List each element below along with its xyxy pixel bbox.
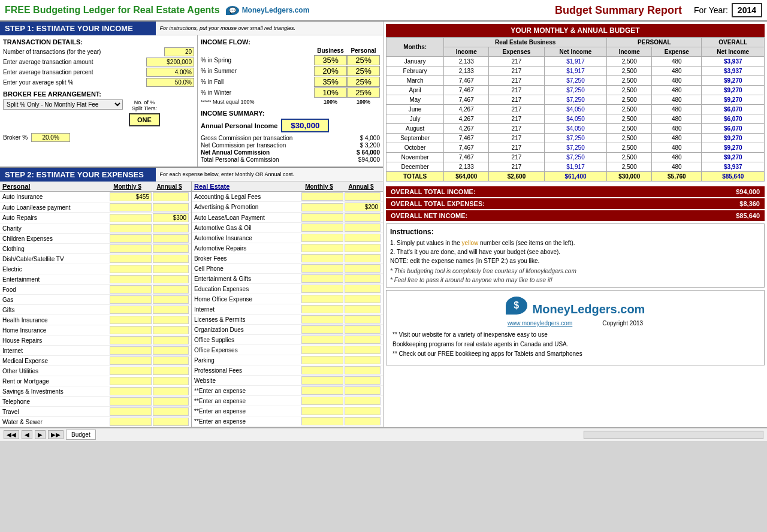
food-annual[interactable]: [153, 285, 189, 294]
annual-income-input[interactable]: [281, 119, 329, 132]
cell-phone-monthly[interactable]: [301, 264, 343, 273]
entertainment-gifts-monthly[interactable]: [301, 274, 343, 283]
clothing-monthly[interactable]: [110, 244, 152, 253]
fall-personal-input[interactable]: [347, 77, 380, 87]
food-monthly[interactable]: [110, 285, 152, 294]
parking-monthly[interactable]: [301, 356, 343, 364]
broker-pct-input[interactable]: [31, 133, 70, 142]
auto-loan-monthly[interactable]: [110, 203, 152, 211]
website-monthly[interactable]: [301, 376, 343, 385]
office-expenses-annual[interactable]: [345, 346, 381, 354]
custom2-monthly[interactable]: [301, 397, 343, 405]
gas-monthly[interactable]: [110, 295, 152, 304]
budget-tab[interactable]: Budget: [66, 430, 96, 440]
auto-insurance-monthly[interactable]: [110, 192, 152, 201]
health-insurance-annual[interactable]: [153, 316, 189, 324]
broker-select[interactable]: Split % Only - No Monthly Flat Fee: [3, 99, 123, 110]
internet-re-monthly[interactable]: [301, 305, 343, 313]
transactions-input[interactable]: [164, 47, 194, 56]
auto-repairs-re-monthly[interactable]: [301, 244, 343, 252]
savings-annual[interactable]: [153, 387, 189, 395]
auto-repairs-annual[interactable]: [153, 213, 189, 222]
advertising-annual[interactable]: [345, 202, 381, 211]
scrollbar-area[interactable]: [584, 431, 763, 439]
rent-annual[interactable]: [153, 377, 189, 385]
auto-insurance-re-monthly[interactable]: [301, 234, 343, 242]
charity-monthly[interactable]: [110, 224, 152, 232]
office-supplies-annual[interactable]: [345, 335, 381, 344]
custom4-annual[interactable]: [345, 417, 381, 425]
children-annual[interactable]: [153, 234, 189, 243]
other-utilities-annual[interactable]: [153, 367, 189, 375]
internet-monthly[interactable]: [110, 346, 152, 355]
custom1-annual[interactable]: [345, 386, 381, 395]
spring-personal-input[interactable]: [347, 55, 380, 65]
telephone-monthly[interactable]: [110, 397, 152, 406]
auto-gas-monthly[interactable]: [301, 223, 343, 232]
health-insurance-monthly[interactable]: [110, 316, 152, 324]
next-sheet-button[interactable]: ▶▶: [48, 430, 64, 439]
auto-gas-annual[interactable]: [345, 223, 381, 232]
auto-insurance-re-annual[interactable]: [345, 234, 381, 242]
accounting-monthly[interactable]: [301, 192, 343, 201]
children-monthly[interactable]: [110, 234, 152, 243]
broker-fees-annual[interactable]: [345, 254, 381, 262]
professional-fees-annual[interactable]: [345, 366, 381, 374]
gifts-monthly[interactable]: [110, 306, 152, 314]
house-repairs-annual[interactable]: [153, 336, 189, 344]
electric-annual[interactable]: [153, 265, 189, 273]
medical-monthly[interactable]: [110, 356, 152, 365]
avg-transaction-input[interactable]: [146, 58, 194, 66]
education-annual[interactable]: [345, 285, 381, 293]
auto-lease-monthly[interactable]: [301, 213, 343, 222]
custom1-monthly[interactable]: [301, 386, 343, 395]
gifts-annual[interactable]: [153, 306, 189, 314]
office-supplies-monthly[interactable]: [301, 335, 343, 344]
org-dues-monthly[interactable]: [301, 325, 343, 334]
telephone-annual[interactable]: [153, 397, 189, 406]
travel-monthly[interactable]: [110, 407, 152, 416]
auto-lease-annual[interactable]: [345, 213, 381, 222]
summer-personal-input[interactable]: [347, 66, 380, 76]
winter-personal-input[interactable]: [347, 87, 380, 98]
avg-split-input[interactable]: [146, 78, 194, 87]
parking-annual[interactable]: [345, 356, 381, 364]
internet-re-annual[interactable]: [345, 305, 381, 313]
dish-annual[interactable]: [153, 255, 189, 263]
website-annual[interactable]: [345, 376, 381, 385]
summer-business-input[interactable]: [314, 66, 347, 76]
office-expenses-monthly[interactable]: [301, 346, 343, 354]
custom2-annual[interactable]: [345, 397, 381, 405]
water-monthly[interactable]: [110, 418, 152, 426]
water-annual[interactable]: [153, 418, 189, 426]
dish-monthly[interactable]: [110, 255, 152, 263]
winter-business-input[interactable]: [314, 87, 347, 98]
custom3-annual[interactable]: [345, 407, 381, 415]
home-insurance-monthly[interactable]: [110, 326, 152, 334]
home-office-annual[interactable]: [345, 295, 381, 303]
entertainment-gifts-annual[interactable]: [345, 274, 381, 283]
licenses-monthly[interactable]: [301, 315, 343, 324]
advertising-monthly[interactable]: [301, 203, 343, 211]
prev-sheet-button[interactable]: ◀◀: [4, 430, 19, 439]
savings-monthly[interactable]: [110, 387, 152, 395]
auto-loan-annual[interactable]: [153, 203, 189, 211]
education-monthly[interactable]: [301, 285, 343, 293]
house-repairs-monthly[interactable]: [110, 336, 152, 344]
gas-annual[interactable]: [153, 295, 189, 304]
cell-phone-annual[interactable]: [345, 264, 381, 273]
medical-annual[interactable]: [153, 356, 189, 365]
clothing-annual[interactable]: [153, 244, 189, 253]
avg-pct-input[interactable]: [146, 68, 194, 77]
custom4-monthly[interactable]: [301, 417, 343, 425]
entertainment-monthly[interactable]: [110, 275, 152, 283]
internet-annual[interactable]: [153, 346, 189, 355]
accounting-annual[interactable]: [345, 192, 381, 201]
home-insurance-annual[interactable]: [153, 326, 189, 334]
spring-business-input[interactable]: [314, 55, 347, 65]
licenses-annual[interactable]: [345, 315, 381, 324]
auto-repairs-re-annual[interactable]: [345, 244, 381, 252]
travel-annual[interactable]: [153, 407, 189, 416]
other-utilities-monthly[interactable]: [110, 367, 152, 375]
auto-insurance-annual[interactable]: [153, 192, 189, 201]
